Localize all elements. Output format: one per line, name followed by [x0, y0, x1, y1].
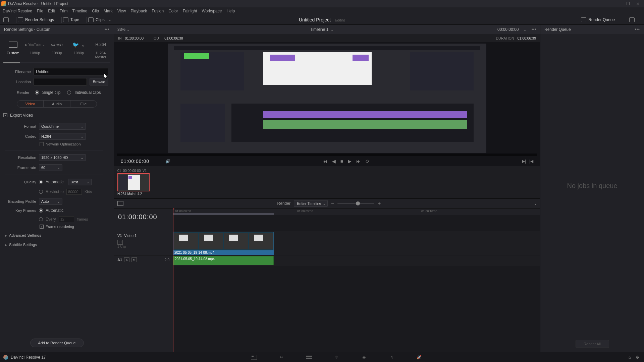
format-select[interactable]: QuickTime: [39, 123, 86, 130]
reorder-checkbox[interactable]: ✓: [40, 225, 44, 229]
browse-button[interactable]: Browse: [90, 78, 108, 85]
toolbar-render-queue[interactable]: Render Queue: [581, 17, 615, 22]
toolbar-monitor[interactable]: [3, 17, 9, 22]
every-value[interactable]: 12: [59, 216, 74, 222]
settings-icon[interactable]: ⚙: [636, 355, 639, 360]
zoom-slider[interactable]: [337, 203, 374, 204]
menu-app[interactable]: DaVinci Resolve: [3, 9, 32, 13]
menu-view[interactable]: View: [117, 9, 126, 13]
page-deliver[interactable]: 🚀: [415, 354, 423, 361]
preset-custom[interactable]: Custom: [2, 38, 24, 61]
filename-input[interactable]: Untitled: [34, 68, 108, 75]
radio-single-clip[interactable]: [35, 90, 39, 95]
render-queue-options[interactable]: •••: [635, 27, 640, 32]
timeline-name[interactable]: Timeline 1: [310, 27, 329, 32]
track-a1-mute[interactable]: M: [131, 257, 137, 262]
page-color[interactable]: ◉: [360, 354, 368, 361]
preset-h264[interactable]: H.264 H.264 Master: [90, 38, 112, 61]
audio-clip[interactable]: 2021-05-05_19-14-08.mp4: [173, 256, 274, 265]
window-close[interactable]: ✕: [636, 2, 640, 6]
preset-youtube[interactable]: ▶ YouTube ⌄ 1080p: [24, 38, 46, 61]
radio-kf-auto[interactable]: [39, 208, 43, 213]
track-v1-lane[interactable]: 2021-05-05_19-14-08.mp4: [173, 231, 540, 255]
viewer-preview[interactable]: [168, 44, 486, 153]
menu-file[interactable]: File: [37, 9, 43, 13]
zoom-in[interactable]: +: [378, 200, 381, 206]
audio-meter-icon[interactable]: ♪: [535, 201, 537, 206]
advanced-settings[interactable]: ▸Advanced Settings: [0, 231, 114, 240]
track-v1-toggle[interactable]: ☐: [117, 240, 123, 245]
timeline-dropdown-icon[interactable]: ⌄: [330, 27, 334, 32]
tab-video[interactable]: Video: [17, 101, 43, 107]
next-clip[interactable]: ▶|: [522, 159, 526, 164]
timeline-ruler[interactable]: 01:00:00:00 01:00:05:00 01:00:10:00: [173, 208, 540, 215]
menu-trim[interactable]: Trim: [60, 9, 68, 13]
menu-help[interactable]: Help: [226, 9, 235, 13]
preset-twitter[interactable]: 🐦 ⌄ 1080p: [68, 38, 90, 61]
radio-kf-every[interactable]: [39, 217, 43, 221]
track-a1-lane[interactable]: 2021-05-05_19-14-08.mp4: [173, 255, 540, 266]
clip-thumbnail[interactable]: [117, 173, 150, 191]
resolution-select[interactable]: 644 x 362 HD: [39, 154, 86, 161]
in-tc[interactable]: 01:00:00:00: [125, 36, 144, 40]
mini-timeline[interactable]: [117, 154, 537, 156]
transport-tc[interactable]: 01:00:00:00: [121, 159, 149, 164]
location-input[interactable]: [34, 78, 87, 85]
preset-vimeo[interactable]: vimeo 1080p: [46, 38, 68, 61]
add-to-render-queue-button[interactable]: Add to Render Queue: [30, 339, 84, 347]
prev-clip[interactable]: |◀: [529, 159, 533, 164]
radio-individual-clips[interactable]: [67, 90, 71, 95]
framerate-select[interactable]: 60: [39, 164, 62, 171]
toolbar-tape[interactable]: Tape: [63, 17, 79, 22]
step-back[interactable]: ◀: [332, 159, 336, 164]
page-fairlight[interactable]: ♫: [388, 354, 395, 361]
home-icon[interactable]: ⌂: [629, 355, 631, 360]
menu-mark[interactable]: Mark: [104, 9, 113, 13]
encprof-select[interactable]: Auto: [39, 198, 62, 205]
page-edit[interactable]: [305, 354, 313, 361]
window-minimize[interactable]: —: [616, 2, 620, 6]
menu-workspace[interactable]: Workspace: [202, 9, 222, 13]
radio-restrict[interactable]: [39, 190, 43, 194]
radio-quality-auto[interactable]: [39, 180, 43, 184]
window-maximize[interactable]: ☐: [626, 2, 630, 6]
page-cut[interactable]: ✂: [278, 354, 285, 361]
toolbar-expand[interactable]: [629, 17, 635, 22]
out-tc[interactable]: 01:00:06:38: [164, 36, 183, 40]
menu-fusion[interactable]: Fusion: [152, 9, 164, 13]
timeline-view-icon[interactable]: [117, 201, 123, 206]
page-fusion[interactable]: ⚛: [333, 354, 340, 361]
volume-icon[interactable]: 🔊: [165, 159, 170, 164]
menu-color[interactable]: Color: [168, 9, 178, 13]
toolbar-render-settings[interactable]: Render Settings: [18, 17, 54, 22]
page-media[interactable]: [250, 354, 258, 361]
menu-fairlight[interactable]: Fairlight: [183, 9, 197, 13]
toolbar-clips[interactable]: Clips⌄: [88, 17, 111, 22]
loop-button[interactable]: ⟳: [366, 159, 370, 164]
zoom-out[interactable]: −: [331, 200, 334, 206]
stop-button[interactable]: ■: [340, 159, 343, 164]
video-clip[interactable]: [173, 232, 274, 250]
quality-best-select[interactable]: Best: [68, 179, 92, 185]
viewer-options[interactable]: •••: [531, 27, 537, 32]
restrict-value[interactable]: 80000: [66, 189, 82, 195]
menu-edit[interactable]: Edit: [48, 9, 55, 13]
zoom-select[interactable]: 33% ⌄: [117, 27, 130, 32]
viewer-tc[interactable]: 00:00:00:00: [497, 27, 519, 32]
tab-file[interactable]: File: [70, 101, 97, 107]
menu-timeline[interactable]: Timeline: [72, 9, 87, 13]
track-a1-solo[interactable]: S: [124, 257, 129, 262]
timeline-master-tc[interactable]: 01:00:00:00: [114, 208, 173, 231]
play-button[interactable]: ▶: [348, 159, 352, 164]
render-scope-select[interactable]: Entire Timeline: [294, 200, 328, 207]
export-video-checkbox[interactable]: ✓: [3, 113, 7, 117]
goto-last[interactable]: ⏭: [356, 159, 361, 164]
netopt-checkbox[interactable]: [40, 142, 44, 146]
goto-first[interactable]: ⏮: [323, 159, 327, 164]
codec-select[interactable]: H.264: [39, 133, 86, 140]
playhead[interactable]: [173, 208, 173, 352]
track-header-a1[interactable]: A1 S M 2.0: [114, 255, 173, 275]
tab-audio[interactable]: Audio: [43, 101, 70, 107]
menu-playback[interactable]: Playback: [130, 9, 147, 13]
track-header-v1[interactable]: V1 Video 1 ☐ 1 Clip: [114, 231, 173, 255]
